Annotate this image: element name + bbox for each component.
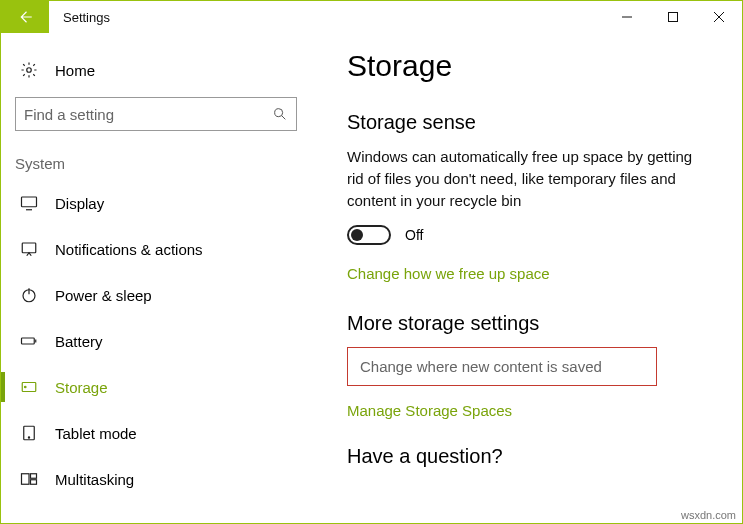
window-controls: [604, 1, 742, 33]
svg-rect-13: [31, 480, 37, 485]
sidebar-item-display[interactable]: Display: [1, 180, 311, 226]
svg-point-1: [27, 68, 32, 73]
notifications-icon: [19, 240, 39, 258]
sidebar-item-tablet[interactable]: Tablet mode: [1, 410, 311, 456]
display-icon: [19, 194, 39, 212]
close-button[interactable]: [696, 1, 742, 33]
sidebar-item-label: Display: [55, 195, 104, 212]
maximize-button[interactable]: [650, 1, 696, 33]
gear-icon: [19, 61, 39, 79]
section-heading-more-storage: More storage settings: [347, 312, 718, 335]
sidebar-item-label: Notifications & actions: [55, 241, 203, 258]
svg-point-8: [25, 386, 27, 388]
watermark: wsxdn.com: [681, 509, 736, 521]
close-icon: [714, 12, 724, 22]
sidebar-item-storage[interactable]: Storage: [1, 364, 311, 410]
storage-icon: [19, 378, 39, 396]
storage-sense-toggle-label: Off: [405, 227, 423, 243]
svg-rect-6: [22, 338, 35, 344]
storage-sense-toggle[interactable]: [347, 225, 391, 245]
sidebar: Home System Display Notifications & acti…: [1, 33, 311, 523]
svg-point-10: [28, 437, 29, 438]
minimize-icon: [622, 12, 632, 22]
manage-storage-spaces-link[interactable]: Manage Storage Spaces: [347, 402, 512, 419]
section-heading-storage-sense: Storage sense: [347, 111, 718, 134]
sidebar-group-label: System: [1, 147, 311, 180]
home-label: Home: [55, 62, 95, 79]
back-button[interactable]: [1, 1, 49, 33]
search-icon: [272, 106, 288, 122]
storage-sense-description: Windows can automatically free up space …: [347, 146, 697, 211]
sidebar-item-label: Storage: [55, 379, 108, 396]
sidebar-item-notifications[interactable]: Notifications & actions: [1, 226, 311, 272]
section-heading-question: Have a question?: [347, 445, 718, 468]
window-title: Settings: [49, 1, 604, 33]
sidebar-item-multitasking[interactable]: Multitasking: [1, 456, 311, 502]
back-arrow-icon: [16, 8, 34, 26]
sidebar-item-label: Tablet mode: [55, 425, 137, 442]
title-bar: Settings: [1, 1, 742, 33]
minimize-button[interactable]: [604, 1, 650, 33]
page-title: Storage: [347, 49, 718, 83]
multitasking-icon: [19, 470, 39, 488]
tablet-icon: [19, 424, 39, 442]
search-input[interactable]: [24, 106, 272, 123]
sidebar-item-battery[interactable]: Battery: [1, 318, 311, 364]
battery-icon: [19, 332, 39, 350]
maximize-icon: [668, 12, 678, 22]
change-free-up-space-link[interactable]: Change how we free up space: [347, 265, 550, 282]
search-box[interactable]: [15, 97, 297, 131]
svg-rect-11: [22, 474, 30, 485]
change-content-location-link[interactable]: Change where new content is saved: [347, 347, 657, 386]
content-pane: Storage Storage sense Windows can automa…: [311, 33, 742, 523]
sidebar-item-label: Multitasking: [55, 471, 134, 488]
svg-rect-4: [22, 243, 36, 253]
svg-rect-12: [31, 474, 37, 479]
sidebar-item-label: Power & sleep: [55, 287, 152, 304]
home-button[interactable]: Home: [1, 51, 311, 89]
power-icon: [19, 286, 39, 304]
svg-rect-3: [22, 197, 37, 207]
sidebar-item-label: Battery: [55, 333, 103, 350]
svg-rect-0: [669, 13, 678, 22]
sidebar-item-power[interactable]: Power & sleep: [1, 272, 311, 318]
svg-point-2: [275, 109, 283, 117]
